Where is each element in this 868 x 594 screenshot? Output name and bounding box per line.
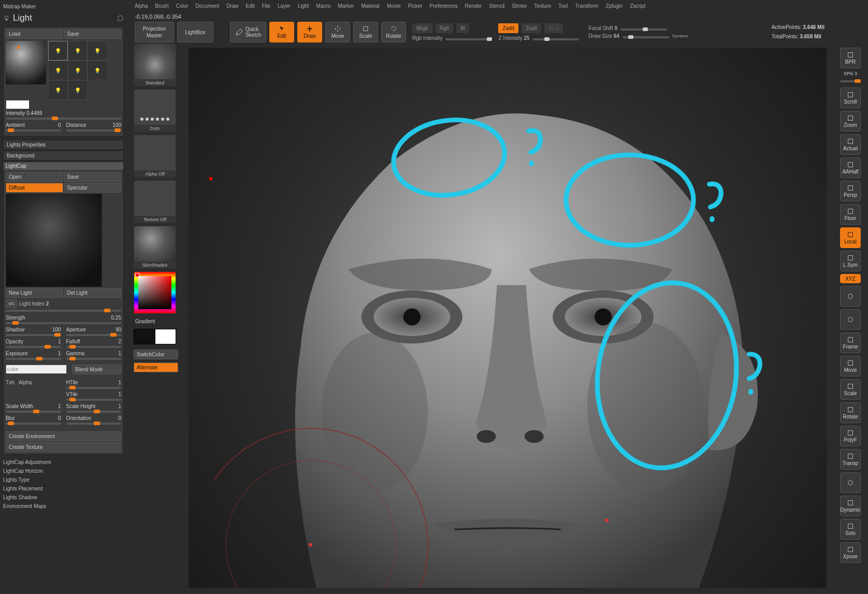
- vtile-slider[interactable]: [66, 399, 122, 401]
- light-index-slider[interactable]: [6, 310, 121, 312]
- light-save-button[interactable]: Save: [64, 29, 122, 39]
- shadow-slider[interactable]: [6, 334, 61, 336]
- gradient-black[interactable]: [134, 329, 155, 344]
- ambient-slider[interactable]: [6, 129, 61, 132]
- xyz-button[interactable]: XYZ: [840, 274, 861, 283]
- color-input[interactable]: [6, 365, 67, 374]
- menu-layer[interactable]: Layer: [278, 3, 291, 9]
- strength-slider[interactable]: [6, 322, 121, 324]
- panel-item[interactable]: LightCap Horizon: [3, 467, 124, 475]
- distance-slider[interactable]: [66, 129, 122, 132]
- frame-button[interactable]: Frame: [840, 332, 861, 353]
- lightcap-open-button[interactable]: Open: [6, 172, 63, 182]
- zcut-button[interactable]: Zcut: [544, 23, 562, 33]
- lightbox-button[interactable]: LightBox: [177, 22, 213, 42]
- xpose-button[interactable]: Xpose: [840, 542, 861, 563]
- exposure-slider[interactable]: [6, 358, 61, 360]
- light-slot[interactable]: 💡: [68, 41, 88, 61]
- light-load-button[interactable]: Load: [6, 29, 63, 39]
- light-direction-sphere[interactable]: [6, 41, 46, 84]
- local-button[interactable]: Local: [840, 227, 861, 248]
- scale-height-slider[interactable]: [66, 411, 122, 413]
- spix-slider[interactable]: [840, 80, 861, 82]
- bpr-button[interactable]: BPR: [840, 48, 861, 68]
- projection-master-button[interactable]: ProjectionMaster: [135, 22, 174, 42]
- menu-zscript[interactable]: Zscript: [630, 3, 645, 9]
- background-header[interactable]: Background: [3, 151, 124, 161]
- lights-properties-header[interactable]: Lights Properties: [3, 140, 124, 150]
- rgb-intensity-slider[interactable]: [445, 38, 492, 40]
- specular-button[interactable]: Specular: [64, 183, 122, 193]
- menu-tool[interactable]: Tool: [558, 3, 568, 9]
- menu-brush[interactable]: Brush: [155, 3, 169, 9]
- lightcap-save-button[interactable]: Save: [64, 172, 122, 182]
- menu-file[interactable]: File: [262, 3, 270, 9]
- scale-width-slider[interactable]: [6, 411, 61, 413]
- lightcap-sphere[interactable]: [6, 194, 102, 287]
- z-intensity-slider[interactable]: [532, 38, 579, 40]
- menu-stroke[interactable]: Stroke: [512, 3, 527, 9]
- actual-button[interactable]: Actual: [840, 134, 861, 155]
- color-picker[interactable]: [134, 271, 176, 314]
- menu-color[interactable]: Color: [176, 3, 189, 9]
- light-slot[interactable]: 💡: [48, 80, 68, 100]
- aperture-slider[interactable]: [66, 334, 122, 336]
- solo-button[interactable]: Solo: [840, 519, 861, 540]
- menu-movie[interactable]: Movie: [387, 3, 401, 9]
- opacity-slider[interactable]: [6, 346, 61, 348]
- mrgb-button[interactable]: Mrgb: [412, 23, 432, 33]
- panel-item[interactable]: Lights Shadow: [3, 493, 124, 502]
- intensity-slider[interactable]: [6, 118, 121, 120]
- lightcap-header[interactable]: LightCap: [4, 162, 123, 170]
- menu-transform[interactable]: Transform: [575, 3, 598, 9]
- new-light-button[interactable]: New Light: [6, 288, 63, 298]
- rgb-button[interactable]: Rgb: [436, 23, 453, 33]
- orientation-slider[interactable]: [66, 423, 122, 425]
- edit-mode-button[interactable]: Edit: [269, 22, 294, 42]
- light-slot[interactable]: 💡: [48, 41, 68, 61]
- diffuse-button[interactable]: Diffuse: [6, 183, 63, 193]
- menu-stencil[interactable]: Stencil: [489, 3, 504, 9]
- blur-slider[interactable]: [6, 423, 61, 425]
- menu-draw[interactable]: Draw: [226, 3, 238, 9]
- light-slot[interactable]: 💡: [48, 61, 68, 80]
- menu-light[interactable]: Light: [298, 3, 309, 9]
- menu-alpha[interactable]: Alpha: [135, 3, 148, 9]
- zoom-button[interactable]: Zoom: [840, 111, 861, 132]
- scale-mode-button[interactable]: Scale: [353, 22, 378, 42]
- blend-mode-button[interactable]: Blend Mode: [72, 365, 121, 374]
- menu-macro[interactable]: Macro: [316, 3, 331, 9]
- brush-thumb-alpha-off[interactable]: Alpha Off: [134, 135, 176, 177]
- menu-zplugin[interactable]: Zplugin: [606, 3, 623, 9]
- move-mode-button[interactable]: Move: [325, 22, 350, 42]
- draw-size-slider[interactable]: [623, 36, 669, 38]
- light-slot[interactable]: 💡: [68, 61, 88, 80]
- move-view-button[interactable]: Move: [840, 356, 861, 376]
- menu-marker[interactable]: Marker: [338, 3, 354, 9]
- panel-item[interactable]: LightCap Adjustment: [3, 458, 124, 467]
- menu-render[interactable]: Render: [465, 3, 482, 9]
- floor-button[interactable]: Floor: [840, 204, 861, 225]
- scale-view-button[interactable]: Scale: [840, 379, 861, 400]
- scroll-button[interactable]: Scroll: [840, 88, 861, 108]
- m-button[interactable]: M: [456, 23, 469, 33]
- create-environment-button[interactable]: Create Environment: [6, 431, 121, 441]
- htile-slider[interactable]: [66, 387, 122, 389]
- rotate-view-button[interactable]: Rotate: [840, 402, 861, 423]
- alternate-button[interactable]: Alternate: [134, 363, 178, 372]
- menu-texture[interactable]: Texture: [534, 3, 551, 9]
- panel-item[interactable]: Matcap Maker: [3, 2, 124, 11]
- quick-sketch-button[interactable]: QuickSketch: [230, 22, 266, 42]
- zsub-button[interactable]: Zsub: [522, 23, 541, 33]
- brush-thumb-texture-off[interactable]: Texture Off: [134, 180, 176, 223]
- light-slot[interactable]: 💡: [68, 80, 88, 100]
- zadd-button[interactable]: Zadd: [498, 23, 518, 33]
- dynamic-button[interactable]: Dynamic: [840, 496, 861, 516]
- light-slot[interactable]: 💡: [88, 41, 107, 61]
- gamma-slider[interactable]: [66, 358, 122, 360]
- aahalf-button[interactable]: AAHalf: [840, 157, 861, 178]
- rotate-mode-button[interactable]: Rotate: [381, 22, 406, 42]
- transp-button[interactable]: Transp: [840, 449, 861, 470]
- panel-item[interactable]: Environment Maps: [3, 502, 124, 511]
- brush-thumb-dots[interactable]: Dots: [134, 89, 176, 132]
